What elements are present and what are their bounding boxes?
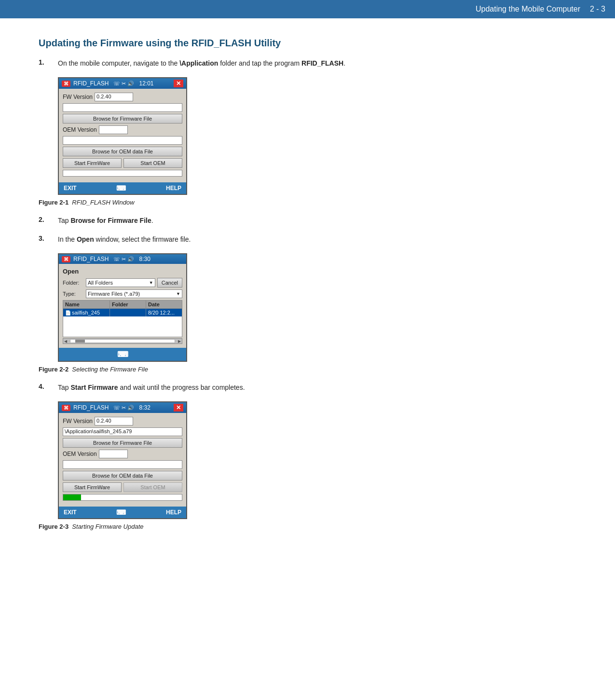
window3-oem-input[interactable] (99, 450, 128, 458)
window2-folder-select[interactable]: All Folders ▼ (86, 278, 155, 287)
window2-time: 8:30 (139, 256, 150, 262)
window1-fw-input[interactable]: 0.2.40 (95, 93, 133, 101)
window3-kbd-icon: ⌨ (116, 508, 126, 516)
window1-oem-row: OEM Version (63, 125, 182, 134)
window2-scrollbar[interactable]: ◀ ▶ (63, 338, 182, 344)
window1-close-btn[interactable]: ✕ (174, 80, 183, 87)
step-3-text: In the Open window, select the firmware … (58, 234, 191, 245)
window2-title: RFID_FLASH (73, 256, 109, 262)
figure-2-2-caption: Figure 2-2 Selecting the Firmware File (39, 366, 576, 373)
type-dropdown-arrow: ▼ (176, 291, 180, 296)
window3-win-icon: ⌘ (62, 405, 70, 411)
window3-path-input[interactable]: \Application\sailfish_245.a79 (63, 427, 182, 436)
window1-start-btns: Start FirmWare Start OEM (63, 158, 182, 168)
step-1-text: On the mobile computer, navigate to the … (58, 58, 345, 69)
window1-browse-fw-btn[interactable]: Browse for Firmware File (63, 114, 182, 124)
header-title: Updating the Mobile Computer (476, 5, 580, 14)
window1-titlebar: ⌘ RFID_FLASH ☏ ✂ 🔊 12:01 ✕ (59, 78, 186, 89)
windows-icon: ⌘ (62, 81, 70, 87)
step-4-text: Tap Start Firmware and wait until the pr… (58, 383, 245, 393)
window1-start-fw-btn[interactable]: Start FirmWare (63, 158, 122, 168)
step-4: 4. Tap Start Firmware and wait until the… (39, 383, 576, 393)
window1-title: RFID_FLASH (73, 80, 109, 87)
window3-icons: ☏ ✂ 🔊 (113, 405, 134, 411)
window3-fw-row: FW Version 0.2.40 (63, 417, 182, 425)
window2-type-label: Type: (63, 291, 84, 297)
window2-table-body: 📄 sailfish_245 8/20 12:2... (63, 308, 182, 337)
header-page: 2 - 3 (590, 5, 605, 14)
folder-dropdown-arrow: ▼ (149, 280, 153, 285)
window1-footer: EXIT ⌨ HELP (59, 182, 186, 194)
window3-start-btns: Start FirmWare Start OEM (63, 482, 182, 492)
window2-titlebar: ⌘ RFID_FLASH ☏ ✂ 🔊 8:30 (59, 254, 186, 264)
main-content: Updating the Firmware using the RFID_FLA… (0, 18, 615, 559)
section-heading: Updating the Firmware using the RFID_FLA… (39, 38, 576, 49)
scroll-right-icon: ▶ (178, 339, 181, 343)
window1-help-btn[interactable]: HELP (166, 185, 181, 192)
figure-2-1-window: ⌘ RFID_FLASH ☏ ✂ 🔊 12:01 ✕ FW Version 0.… (58, 77, 187, 195)
step-3: 3. In the Open window, select the firmwa… (39, 234, 576, 245)
file-folder-cell (110, 309, 146, 316)
file-name-cell: 📄 sailfish_245 (63, 309, 110, 316)
window3-start-fw-btn[interactable]: Start FirmWare (63, 482, 122, 492)
step-2-num: 2. (39, 216, 53, 223)
col-folder-header: Folder (110, 301, 146, 308)
window2-type-row: Type: Firmware Files (*.a79) ▼ (63, 289, 182, 298)
window2-file-row[interactable]: 📄 sailfish_245 8/20 12:2... (63, 309, 182, 316)
window1-oem-path-input[interactable] (63, 136, 182, 145)
window2-icons: ☏ ✂ 🔊 (113, 256, 134, 262)
figure-2-1-caption: Figure 2-1 RFID_FLASH Window (39, 199, 576, 206)
window2-footer: ⌨ (59, 348, 186, 361)
window3-browse-fw-btn[interactable]: Browse for Firmware File (63, 438, 182, 448)
window1-path-input[interactable] (63, 103, 182, 112)
window3-body: FW Version 0.2.40 \Application\sailfish_… (59, 413, 186, 507)
window2-folder-label: Folder: (63, 280, 84, 286)
step-1-num: 1. (39, 58, 53, 66)
scroll-left-icon: ◀ (64, 339, 67, 343)
scrollbar-track (70, 339, 175, 343)
window1-oem-label: OEM Version (63, 126, 97, 133)
window3-oem-path-input[interactable] (63, 460, 182, 469)
window1-progress-bar (63, 170, 182, 177)
figure-2-3-caption: Figure 2-3 Starting Firmware Update (39, 523, 576, 530)
window1-oem-input[interactable] (99, 125, 128, 134)
col-name-header: Name (63, 301, 110, 308)
window3-exit-btn[interactable]: EXIT (64, 509, 77, 516)
file-date-cell: 8/20 12:2... (146, 309, 182, 316)
window3-help-btn[interactable]: HELP (166, 509, 181, 516)
window1-time: 12:01 (139, 80, 153, 87)
step-2-text: Tap Browse for Firmware File. (58, 216, 153, 226)
window2-win-icon: ⌘ (62, 256, 70, 262)
figure-2-2-window: ⌘ RFID_FLASH ☏ ✂ 🔊 8:30 Open Folder: All… (58, 253, 187, 362)
figure-2-3-window: ⌘ RFID_FLASH ☏ ✂ 🔊 8:32 ✕ FW Version 0.2… (58, 401, 187, 519)
window1-kbd-icon: ⌨ (116, 184, 126, 192)
window1-exit-btn[interactable]: EXIT (64, 185, 77, 192)
window2-kbd-icon: ⌨ (117, 350, 128, 359)
window3-browse-oem-btn[interactable]: Browse for OEM data File (63, 471, 182, 480)
step-4-num: 4. (39, 383, 53, 390)
window3-oem-label: OEM Version (63, 451, 97, 457)
step-3-num: 3. (39, 234, 53, 242)
window3-fw-label: FW Version (63, 418, 93, 425)
window2-dialog-title: Open (63, 268, 182, 275)
window3-titlebar: ⌘ RFID_FLASH ☏ ✂ 🔊 8:32 ✕ (59, 402, 186, 413)
window3-fw-input[interactable]: 0.2.40 (95, 417, 133, 425)
window3-title: RFID_FLASH (73, 404, 109, 411)
window1-icons: ☏ ✂ 🔊 (113, 81, 134, 87)
window3-progress-bar (63, 494, 182, 501)
window3-progress-fill (63, 494, 81, 500)
window3-footer: EXIT ⌨ HELP (59, 507, 186, 518)
window3-time: 8:32 (139, 404, 150, 411)
window1-browse-oem-btn[interactable]: Browse for OEM data File (63, 147, 182, 156)
window1-fw-label: FW Version (63, 94, 93, 100)
window2-folder-row: Folder: All Folders ▼ Cancel (63, 278, 182, 288)
window2-cancel-btn[interactable]: Cancel (157, 278, 182, 288)
window2-body: Open Folder: All Folders ▼ Cancel Type: … (59, 264, 186, 348)
window1-body: FW Version 0.2.40 Browse for Firmware Fi… (59, 89, 186, 182)
window1-start-oem-btn[interactable]: Start OEM (123, 158, 182, 168)
window3-close-btn[interactable]: ✕ (174, 404, 183, 412)
file-icon: 📄 (65, 310, 71, 316)
step-1: 1. On the mobile computer, navigate to t… (39, 58, 576, 69)
page-header: Updating the Mobile Computer 2 - 3 (0, 0, 615, 18)
window2-type-select[interactable]: Firmware Files (*.a79) ▼ (86, 289, 182, 298)
